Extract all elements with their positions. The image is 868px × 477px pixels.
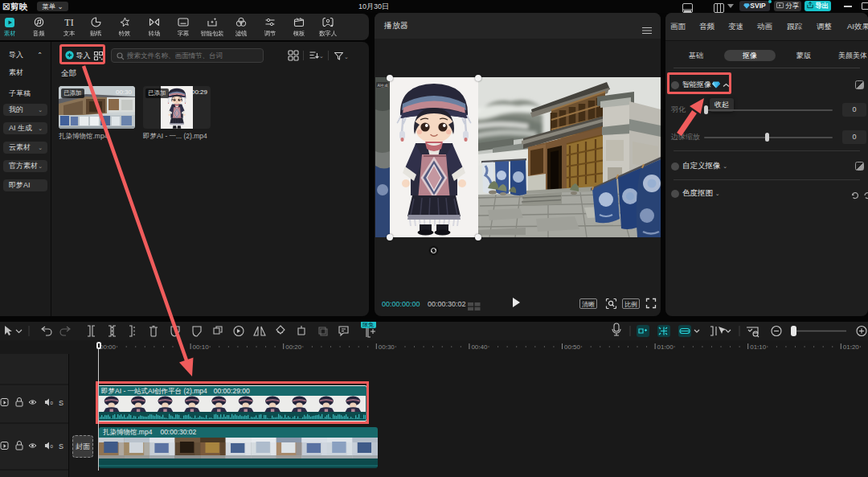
svg-text:0: 0 [51,444,54,449]
svg-text:AI生成: AI生成 [378,84,389,88]
svg-text:S: S [59,399,63,407]
svg-text:0: 0 [51,401,54,405]
svg-text:限免: 限免 [362,322,374,328]
svg-text:S: S [59,442,63,450]
